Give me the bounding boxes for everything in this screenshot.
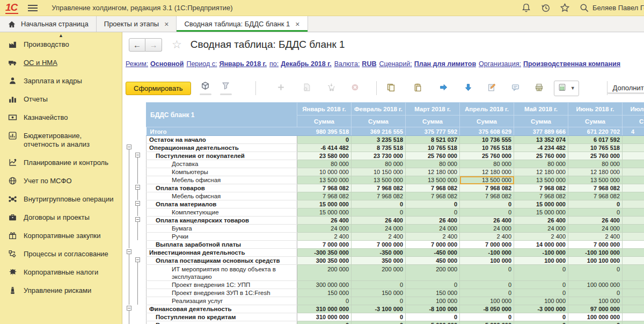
cell-14-3[interactable]: -100 000 xyxy=(460,249,514,257)
cell-14-5[interactable]: -100 100 000 xyxy=(568,249,623,257)
column-header-2[interactable]: Март 2018 г. xyxy=(406,103,460,116)
cell-13-2[interactable]: 7 000 000 xyxy=(406,241,460,249)
collapse-group-icon-5[interactable]: – xyxy=(127,249,131,254)
row-label-9[interactable]: Комплектующие xyxy=(147,208,297,217)
row-label-21[interactable]: Поступления по кредитам xyxy=(147,313,297,321)
cell-14-6[interactable] xyxy=(623,249,644,257)
cell-15-4[interactable]: 100 000 xyxy=(514,257,568,265)
sum-header-2[interactable]: Сумма xyxy=(406,116,460,127)
cell-2-1[interactable]: 23 730 000 xyxy=(352,152,406,160)
cell-1-5[interactable]: 10 765 518 xyxy=(568,144,623,152)
cell-17-4[interactable]: 0 xyxy=(514,281,568,289)
cell-13-1[interactable]: 7 000 000 xyxy=(352,241,406,249)
cell-18-2[interactable]: 150 000 xyxy=(406,289,460,297)
sum-header-3[interactable]: Сумма xyxy=(460,116,514,127)
cell-9-1[interactable]: 0 xyxy=(352,208,406,217)
paste-button[interactable] xyxy=(412,83,424,94)
param-label-5[interactable]: Организация: xyxy=(479,60,521,68)
cell-18-6[interactable] xyxy=(623,289,644,297)
sidebar-item-13[interactable]: Управление рисками xyxy=(0,282,122,300)
cell-10-3[interactable]: 26 400 xyxy=(460,217,514,225)
cell-17-0[interactable]: 300 000 000 xyxy=(297,281,352,289)
cell-2-6[interactable] xyxy=(623,152,644,160)
cell-12-3[interactable]: 2 400 xyxy=(460,233,514,241)
cell-16-3[interactable]: 0 xyxy=(460,265,514,281)
collapse-group-icon-1[interactable]: – xyxy=(135,153,140,157)
sum-header-4[interactable]: Сумма xyxy=(514,116,568,127)
cell-12-0[interactable]: 2 400 xyxy=(297,233,352,241)
cell-0-5[interactable]: 6 017 592 xyxy=(568,136,623,144)
cell-10-1[interactable]: 26 400 xyxy=(352,217,406,225)
back-button[interactable]: ← xyxy=(129,38,145,52)
cell-11-6[interactable] xyxy=(623,225,644,233)
cell-4-5[interactable]: 12 180 000 xyxy=(568,168,623,176)
cell-7-1[interactable]: 7 968 082 xyxy=(352,192,406,200)
row-label-15[interactable]: Оплата поставщикам основных средств xyxy=(147,257,297,265)
sidebar-item-0[interactable]: Производство xyxy=(0,35,122,54)
cell-16-5[interactable]: 0 xyxy=(568,265,623,281)
cell-2-5[interactable]: 25 760 000 xyxy=(568,152,623,160)
cell-21-5[interactable]: 100 000 000 xyxy=(568,313,623,321)
cell-12-5[interactable]: 2 400 xyxy=(568,233,623,241)
star-icon[interactable] xyxy=(560,3,570,13)
cell-7-2[interactable]: 7 968 082 xyxy=(406,192,460,200)
cell-22-1[interactable]: 0 xyxy=(352,321,406,324)
cell-17-3[interactable]: 0 xyxy=(460,281,514,289)
cell-20-5[interactable]: 97 000 000 xyxy=(568,305,623,313)
param-value-5[interactable]: Производственная компания xyxy=(523,60,620,68)
cell-4-3[interactable]: 12 180 000 xyxy=(460,168,514,176)
cell-5-5[interactable]: 13 500 000 xyxy=(568,176,623,184)
cell-15-1[interactable]: 350 000 xyxy=(352,257,406,265)
total-cell-2[interactable]: 375 777 592 xyxy=(406,127,460,136)
cell-4-4[interactable]: 12 180 000 xyxy=(514,168,568,176)
cell-20-3[interactable]: -8 050 000 xyxy=(460,305,514,313)
total-cell-1[interactable]: 369 216 555 xyxy=(352,127,406,136)
copy-button[interactable] xyxy=(385,83,397,94)
forward-button[interactable]: → xyxy=(145,38,162,52)
cell-0-6[interactable] xyxy=(623,136,644,144)
cell-8-6[interactable] xyxy=(623,200,644,208)
current-user[interactable]: Беляев Павел Геннадь xyxy=(592,4,644,12)
cell-21-6[interactable] xyxy=(623,313,644,321)
cell-11-2[interactable]: 24 000 xyxy=(406,225,460,233)
cell-19-6[interactable] xyxy=(623,297,644,305)
cell-1-6[interactable] xyxy=(623,144,644,152)
cell-8-3[interactable]: 0 xyxy=(460,200,514,208)
param-label-2[interactable]: по: xyxy=(269,60,279,68)
tab-2[interactable]: Сводная таблица: БДДС бланк 1× xyxy=(177,16,308,32)
cell-6-5[interactable]: 7 968 082 xyxy=(568,184,623,192)
collapse-group-icon-6[interactable]: – xyxy=(135,257,140,262)
cell-9-6[interactable] xyxy=(623,208,644,217)
cell-2-0[interactable]: 23 580 000 xyxy=(297,152,352,160)
cell-5-4[interactable]: 13 500 000 xyxy=(514,176,568,184)
cell-2-4[interactable]: 25 760 000 xyxy=(514,152,568,160)
cell-7-0[interactable]: 7 968 082 xyxy=(297,192,352,200)
cell-6-3[interactable]: 7 968 082 xyxy=(460,184,514,192)
sidebar-item-11[interactable]: Процессы и согласование xyxy=(0,245,122,263)
cell-5-6[interactable] xyxy=(623,176,644,184)
row-label-17[interactable]: Проект внедрения 1С: УПП xyxy=(147,281,297,289)
cell-21-1[interactable]: 0 xyxy=(352,313,406,321)
cell-3-2[interactable]: 80 000 xyxy=(406,160,460,168)
cell-12-2[interactable]: 2 400 xyxy=(406,233,460,241)
cell-22-4[interactable]: 0 xyxy=(514,321,568,324)
comment-button[interactable] xyxy=(510,83,522,94)
collapse-group-icon-4[interactable]: – xyxy=(135,217,140,222)
cell-1-1[interactable]: 8 735 518 xyxy=(352,144,406,152)
cell-15-3[interactable]: 100 000 xyxy=(460,257,514,265)
cell-8-4[interactable]: 15 000 000 xyxy=(514,200,568,208)
cell-9-5[interactable]: 0 xyxy=(568,208,623,217)
cell-2-3[interactable]: 25 760 000 xyxy=(460,152,514,160)
cell-0-4[interactable]: 13 352 074 xyxy=(514,136,568,144)
filter-button[interactable] xyxy=(220,81,232,95)
row-label-0[interactable]: Остаток на начало xyxy=(147,136,297,144)
cell-0-1[interactable]: 3 235 518 xyxy=(352,136,406,144)
cell-17-2[interactable]: 0 xyxy=(406,281,460,289)
cell-18-5[interactable]: 0 xyxy=(568,289,623,297)
cell-13-4[interactable]: 14 000 000 xyxy=(514,241,568,249)
cell-6-6[interactable] xyxy=(623,184,644,192)
cell-12-6[interactable] xyxy=(623,233,644,241)
row-label-12[interactable]: Ручки xyxy=(147,233,297,241)
cell-15-0[interactable]: 300 350 000 xyxy=(297,257,352,265)
cell-18-4[interactable]: 0 xyxy=(514,289,568,297)
